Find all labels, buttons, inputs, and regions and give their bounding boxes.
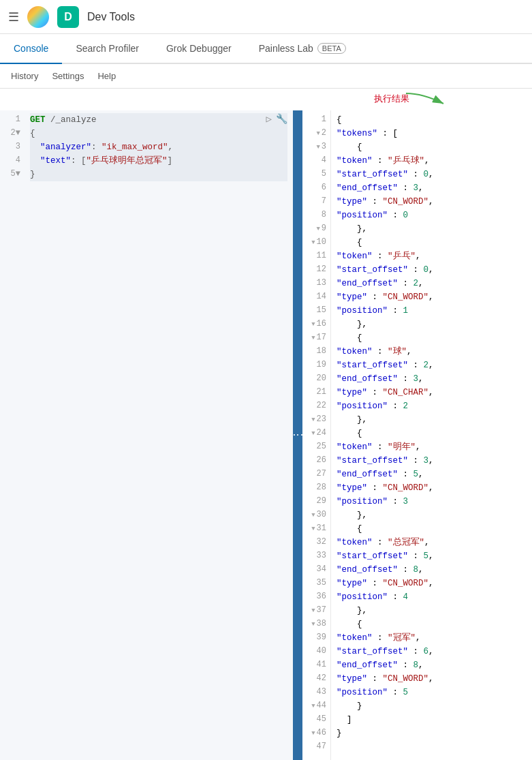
result-line-num: 29 — [302, 495, 326, 508]
result-line-num: 12 — [302, 263, 326, 277]
result-line-content: "start_offset" : 6, — [337, 645, 527, 658]
result-line-num: 1 — [302, 113, 326, 127]
result-line-content: "end_offset" : 2, — [337, 277, 527, 290]
result-line-content: { — [337, 113, 527, 127]
result-line-num: 36 — [302, 590, 326, 604]
result-line-content: }, — [337, 318, 527, 331]
settings-link[interactable]: Settings — [52, 71, 84, 81]
tab-search-profiler[interactable]: Search Profiler — [62, 34, 153, 64]
result-line-num: 20 — [302, 372, 326, 386]
code-line-5: } — [30, 168, 287, 181]
editor-container: 1 2▼ 3 4 5▼ GET /_analyze { "analyzer": … — [0, 110, 532, 760]
result-line-content: "token" : "总冠军", — [337, 536, 527, 549]
line-numbers: 1 2▼ 3 4 5▼ — [0, 110, 25, 760]
result-line-num: ▼30 — [302, 508, 326, 522]
result-line-content: }, — [337, 508, 527, 522]
code-editor[interactable]: 1 2▼ 3 4 5▼ GET /_analyze { "analyzer": … — [0, 110, 293, 760]
result-line-content: "type" : "CN_WORD", — [337, 481, 527, 495]
result-line-content: { — [337, 522, 527, 536]
result-line-content: }, — [337, 604, 527, 618]
result-line-content: "position" : 0 — [337, 209, 527, 222]
avatar[interactable]: D — [57, 6, 79, 28]
result-line-content: "token" : "乒乓", — [337, 249, 527, 263]
result-line-num: 7 — [302, 195, 326, 209]
result-line-num: 40 — [302, 645, 326, 658]
result-line-content: "start_offset" : 0, — [337, 263, 527, 277]
panel-divider[interactable]: ⋮ — [293, 110, 302, 760]
code-line-2: { — [30, 127, 287, 140]
result-line-content: "type" : "CN_WORD", — [337, 290, 527, 304]
result-line-num: ▼44 — [302, 699, 326, 713]
result-line-num: 28 — [302, 481, 326, 495]
result-line-numbers: 1▼2▼345678▼9▼101112131415▼16▼17181920212… — [302, 110, 331, 760]
result-line-content: } — [337, 727, 527, 740]
logo-icon — [27, 6, 49, 28]
result-line-num: ▼16 — [302, 318, 326, 331]
result-line-content: { — [337, 140, 527, 154]
result-line-num: 19 — [302, 359, 326, 372]
hamburger-icon[interactable]: ☰ — [8, 10, 19, 25]
result-line-content: "type" : "CN_CHAR", — [337, 386, 527, 399]
result-line-content: "type" : "CN_WORD", — [337, 577, 527, 590]
result-line-num: ▼2 — [302, 127, 326, 140]
result-editor[interactable]: 1▼2▼345678▼9▼101112131415▼16▼17181920212… — [302, 110, 532, 760]
run-icon[interactable]: ▷ — [266, 113, 272, 125]
tab-grok-debugger[interactable]: Grok Debugger — [153, 34, 245, 64]
result-line-content: { — [337, 427, 527, 440]
right-panel: 1▼2▼345678▼9▼101112131415▼16▼17181920212… — [302, 110, 532, 760]
result-line-content: "start_offset" : 3, — [337, 454, 527, 468]
result-line-num: 4 — [302, 154, 326, 168]
result-line-num: 13 — [302, 277, 326, 290]
tab-painless-lab[interactable]: Painless Lab BETA — [245, 34, 360, 64]
result-line-content: "end_offset" : 5, — [337, 468, 527, 481]
result-line-content: "position" : 5 — [337, 686, 527, 699]
result-line-content: "position" : 2 — [337, 399, 527, 413]
result-line-num: ▼9 — [302, 222, 326, 236]
result-line-num: 42 — [302, 672, 326, 686]
result-line-content: "position" : 3 — [337, 495, 527, 508]
result-line-num: ▼24 — [302, 427, 326, 440]
result-line-content: { — [337, 236, 527, 249]
result-line-num: 32 — [302, 536, 326, 549]
code-line-3: "analyzer": "ik_max_word", — [30, 140, 287, 154]
wrench-icon[interactable]: 🔧 — [276, 113, 287, 125]
nav-tabs: Console Search Profiler Grok Debugger Pa… — [0, 34, 532, 64]
result-line-num: ▼17 — [302, 331, 326, 345]
result-line-num: 21 — [302, 386, 326, 399]
left-panel: 1 2▼ 3 4 5▼ GET /_analyze { "analyzer": … — [0, 110, 293, 760]
result-line-content: } — [337, 699, 527, 713]
code-line-1: GET /_analyze — [30, 113, 287, 127]
result-line-num: 11 — [302, 249, 326, 263]
result-line-num: ▼31 — [302, 522, 326, 536]
top-bar: ☰ D Dev Tools — [0, 0, 532, 34]
result-line-num: 25 — [302, 440, 326, 454]
app-title: Dev Tools — [87, 11, 135, 23]
code-content[interactable]: GET /_analyze { "analyzer": "ik_max_word… — [25, 110, 293, 760]
annotation-row: 执行结果 — [0, 89, 532, 110]
result-line-content: "position" : 1 — [337, 304, 527, 318]
result-line-num: ▼23 — [302, 413, 326, 427]
result-line-content: "end_offset" : 3, — [337, 181, 527, 195]
result-line-num: 14 — [302, 290, 326, 304]
sub-header: History Settings Help — [0, 64, 532, 89]
result-line-content: "token" : "球", — [337, 345, 527, 359]
result-line-num: 26 — [302, 454, 326, 468]
result-line-content: }, — [337, 222, 527, 236]
result-line-num: 45 — [302, 713, 326, 727]
action-icons: ▷ 🔧 — [266, 113, 287, 125]
result-line-num: ▼38 — [302, 618, 326, 631]
result-line-num: 33 — [302, 549, 326, 563]
tab-console[interactable]: Console — [0, 34, 62, 64]
result-line-num: 34 — [302, 563, 326, 577]
result-line-content: "token" : "乒乓球", — [337, 154, 527, 168]
result-line-content: { — [337, 331, 527, 345]
result-line-content: "end_offset" : 8, — [337, 563, 527, 577]
result-line-num: 27 — [302, 468, 326, 481]
beta-badge: BETA — [317, 43, 346, 54]
result-line-content: "position" : 4 — [337, 590, 527, 604]
history-link[interactable]: History — [11, 71, 38, 81]
result-line-content: "start_offset" : 2, — [337, 359, 527, 372]
result-line-content: ] — [337, 713, 527, 727]
help-link[interactable]: Help — [97, 71, 116, 81]
result-line-num: 18 — [302, 345, 326, 359]
